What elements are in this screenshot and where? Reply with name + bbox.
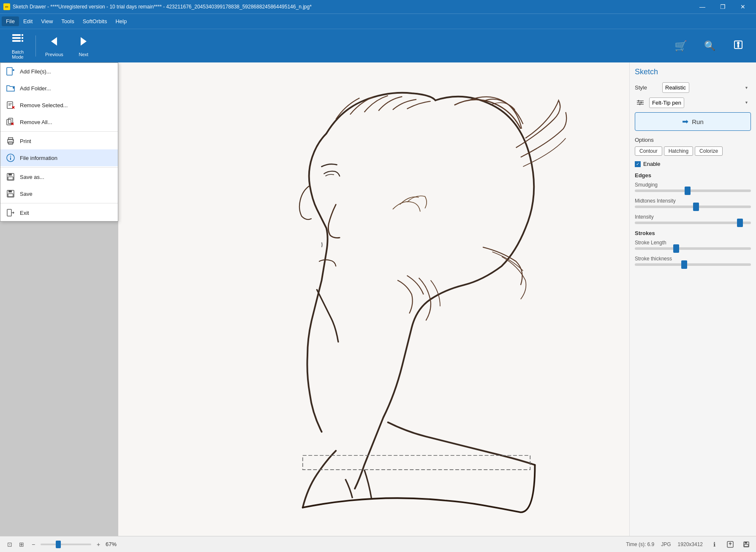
- dropdown-sep-3: [0, 203, 118, 203]
- exit-icon: [5, 208, 16, 218]
- edges-title: Edges: [635, 172, 751, 179]
- stroke-thickness-thumb[interactable]: [681, 260, 687, 269]
- stroke-length-thumb[interactable]: [673, 244, 679, 253]
- zoom-in-button[interactable]: +: [94, 540, 103, 549]
- dropdown-remove-all[interactable]: Remove All...: [0, 114, 118, 130]
- svg-marker-6: [51, 37, 57, 46]
- tab-contour[interactable]: Contour: [635, 146, 662, 156]
- run-button[interactable]: ➡ Run: [635, 112, 751, 131]
- svg-rect-11: [7, 68, 12, 75]
- maximize-button[interactable]: ❐: [713, 0, 732, 14]
- info-button[interactable]: ℹ: [710, 540, 719, 549]
- stroke-thickness-slider-row: Stroke thickness: [635, 256, 751, 266]
- menu-softorbits[interactable]: SoftOrbits: [79, 16, 111, 26]
- intensity-track[interactable]: [635, 222, 751, 224]
- midtones-slider-row: Midtones Intensity: [635, 198, 751, 208]
- add-folder-icon: [5, 83, 16, 93]
- menu-help[interactable]: Help: [111, 16, 131, 26]
- title-bar-controls: — ❐ ✕: [693, 0, 753, 14]
- menu-file[interactable]: File: [2, 16, 19, 26]
- batch-mode-button[interactable]: BatchMode: [5, 30, 30, 62]
- dropdown-remove-all-label: Remove All...: [20, 119, 52, 125]
- intensity-thumb[interactable]: [737, 219, 743, 227]
- menu-tools[interactable]: Tools: [57, 16, 78, 26]
- midtones-thumb[interactable]: [693, 203, 699, 211]
- svg-point-31: [10, 156, 11, 157]
- svg-rect-2: [12, 40, 21, 42]
- style-select[interactable]: Realistic: [662, 82, 689, 93]
- share-status-button[interactable]: [726, 540, 735, 549]
- title-bar-text: Sketch Drawer - ****Unregistered version…: [13, 4, 312, 10]
- tab-hatching[interactable]: Hatching: [664, 146, 693, 156]
- presets-row: Felt-Tip pen: [635, 97, 751, 108]
- presets-select-wrapper: Felt-Tip pen: [649, 97, 751, 108]
- zoom-controls: ⊡ ⊞ − + 67%: [5, 540, 117, 549]
- batch-mode-label: BatchMode: [12, 49, 24, 60]
- tab-colorize[interactable]: Colorize: [695, 146, 723, 156]
- save-status-button[interactable]: [742, 540, 751, 549]
- zoom-slider-thumb[interactable]: [56, 541, 61, 548]
- title-bar-left: ✏ Sketch Drawer - ****Unregistered versi…: [3, 3, 312, 10]
- midtones-track[interactable]: [635, 206, 751, 208]
- style-label: Style: [635, 84, 662, 91]
- menu-view[interactable]: View: [37, 16, 57, 26]
- enable-row: ✓ Enable: [635, 161, 751, 167]
- actual-size-button[interactable]: ⊞: [17, 540, 26, 549]
- share-button[interactable]: [726, 37, 751, 55]
- zoom-slider-track[interactable]: [41, 544, 91, 545]
- minimize-button[interactable]: —: [693, 0, 712, 14]
- svg-rect-3: [22, 34, 23, 36]
- dropdown-save-as-label: Save as...: [20, 174, 44, 180]
- info-icon: [5, 153, 16, 163]
- status-right: Time (s): 6.9 JPG 1920x3412 ℹ: [626, 540, 751, 549]
- dropdown-file-info[interactable]: File information: [0, 149, 118, 166]
- dropdown-exit[interactable]: Exit: [0, 204, 118, 221]
- presets-select[interactable]: Felt-Tip pen: [649, 97, 684, 108]
- menu-edit[interactable]: Edit: [19, 16, 37, 26]
- next-icon: [77, 35, 90, 50]
- remove-selected-icon: [5, 100, 16, 110]
- add-file-icon: [5, 66, 16, 76]
- enable-checkbox[interactable]: ✓: [635, 161, 641, 167]
- svg-point-9: [737, 42, 740, 44]
- next-button[interactable]: Next: [71, 32, 96, 60]
- intensity-slider-row: Intensity: [635, 214, 751, 224]
- dropdown-remove-selected[interactable]: Remove Selected...: [0, 97, 118, 114]
- dropdown-add-files[interactable]: Add File(s)...: [0, 63, 118, 80]
- zoom-out-button[interactable]: −: [29, 540, 38, 549]
- status-bar: ⊡ ⊞ − + 67% Time (s): 6.9 JPG 1920x3412 …: [0, 536, 756, 552]
- sketch-canvas: [118, 62, 629, 536]
- style-select-wrapper: Realistic: [662, 82, 751, 93]
- search-button[interactable]: 🔍: [697, 38, 722, 54]
- stroke-thickness-label: Stroke thickness: [635, 256, 751, 262]
- previous-button[interactable]: Previous: [41, 32, 68, 60]
- dropdown-sep-2: [0, 167, 118, 168]
- svg-rect-54: [744, 544, 748, 547]
- remove-all-icon: [5, 117, 16, 127]
- fit-view-button[interactable]: ⊡: [5, 540, 14, 549]
- stroke-length-label: Stroke Length: [635, 240, 751, 246]
- share-icon: [733, 39, 744, 53]
- options-tabs: Contour Hatching Colorize: [635, 146, 751, 156]
- dropdown-add-folder[interactable]: Add Folder...: [0, 80, 118, 97]
- dropdown-file-info-label: File information: [20, 155, 57, 161]
- menu-bar: File Edit View Tools SoftOrbits Help: [0, 14, 756, 29]
- svg-rect-22: [8, 118, 13, 124]
- strokes-title: Strokes: [635, 230, 751, 236]
- toolbar: BatchMode Previous Next 🛒 🔍: [0, 29, 756, 62]
- dropdown-print[interactable]: Print: [0, 133, 118, 149]
- dropdown-exit-label: Exit: [20, 210, 29, 216]
- svg-rect-53: [745, 542, 747, 544]
- presets-icon: [635, 97, 646, 108]
- close-button[interactable]: ✕: [733, 0, 753, 14]
- stroke-length-track[interactable]: [635, 247, 751, 250]
- smudging-thumb[interactable]: [685, 187, 691, 195]
- smudging-track[interactable]: [635, 189, 751, 192]
- enable-label: Enable: [643, 161, 660, 167]
- time-label: Time (s): 6.9: [626, 541, 654, 547]
- previous-label: Previous: [45, 52, 63, 57]
- cart-button[interactable]: 🛒: [668, 38, 693, 54]
- dropdown-save[interactable]: Save: [0, 185, 118, 202]
- stroke-thickness-track[interactable]: [635, 263, 751, 266]
- dropdown-save-as[interactable]: ... Save as...: [0, 168, 118, 185]
